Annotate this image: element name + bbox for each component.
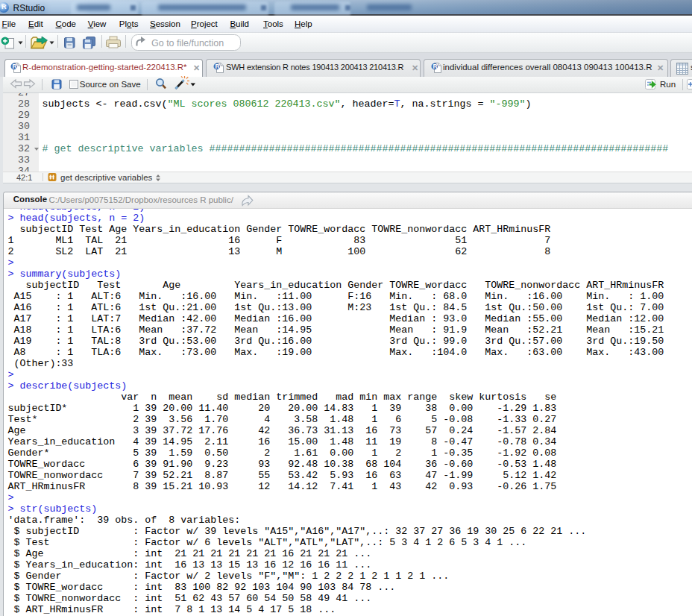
svg-text:R: R — [215, 63, 219, 70]
svg-text:R: R — [432, 63, 437, 70]
svg-text:R: R — [12, 63, 16, 70]
